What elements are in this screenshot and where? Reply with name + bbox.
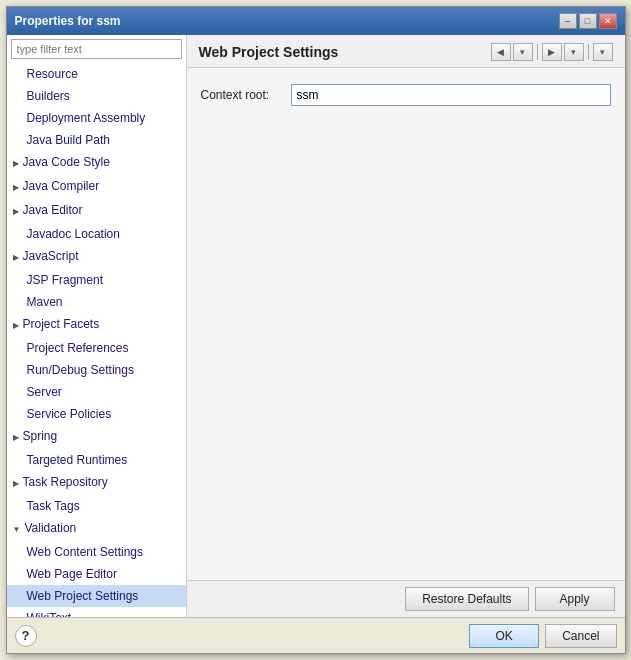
title-bar-buttons: – □ ✕ [559, 13, 617, 29]
sidebar-item-maven[interactable]: Maven [7, 291, 186, 313]
sidebar-item-java-compiler[interactable]: Java Compiler [7, 175, 186, 199]
panel-nav: ◀ ▾ ▶ ▾ ▾ [491, 43, 613, 61]
forward-dropdown-button[interactable]: ▾ [564, 43, 584, 61]
panel-content: Context root: [187, 68, 625, 580]
sidebar-item-task-repository[interactable]: Task Repository [7, 471, 186, 495]
sidebar-item-resource[interactable]: Resource [7, 63, 186, 85]
sidebar-item-wikitext[interactable]: WikiText [7, 607, 186, 617]
sidebar-item-java-code-style[interactable]: Java Code Style [7, 151, 186, 175]
sidebar-item-javadoc-location[interactable]: Javadoc Location [7, 223, 186, 245]
help-button[interactable]: ? [15, 625, 37, 647]
right-panel: Web Project Settings ◀ ▾ ▶ ▾ ▾ Context r… [187, 35, 625, 617]
menu-button[interactable]: ▾ [593, 43, 613, 61]
back-dropdown-button[interactable]: ▾ [513, 43, 533, 61]
sidebar-item-deployment-assembly[interactable]: Deployment Assembly [7, 107, 186, 129]
main-content: ResourceBuildersDeployment AssemblyJava … [7, 35, 625, 617]
sidebar-item-service-policies[interactable]: Service Policies [7, 403, 186, 425]
sidebar-item-web-content-settings[interactable]: Web Content Settings [7, 541, 186, 563]
sidebar-item-validation[interactable]: Validation [7, 517, 186, 541]
sidebar-item-builders[interactable]: Builders [7, 85, 186, 107]
sidebar-item-java-editor[interactable]: Java Editor [7, 199, 186, 223]
sidebar-item-java-build-path[interactable]: Java Build Path [7, 129, 186, 151]
dialog-title: Properties for ssm [15, 14, 121, 28]
context-root-input[interactable] [291, 84, 611, 106]
dialog-body: ResourceBuildersDeployment AssemblyJava … [7, 35, 625, 653]
restore-defaults-button[interactable]: Restore Defaults [405, 587, 528, 611]
forward-button[interactable]: ▶ [542, 43, 562, 61]
dialog: Properties for ssm – □ ✕ ResourceBuilder… [6, 6, 626, 654]
panel-header: Web Project Settings ◀ ▾ ▶ ▾ ▾ [187, 35, 625, 68]
sidebar-item-jsp-fragment[interactable]: JSP Fragment [7, 269, 186, 291]
filter-input[interactable] [11, 39, 182, 59]
sidebar-item-server[interactable]: Server [7, 381, 186, 403]
tree-area: ResourceBuildersDeployment AssemblyJava … [7, 63, 186, 617]
sidebar: ResourceBuildersDeployment AssemblyJava … [7, 35, 187, 617]
maximize-button[interactable]: □ [579, 13, 597, 29]
nav-separator [537, 44, 538, 60]
sidebar-item-project-facets[interactable]: Project Facets [7, 313, 186, 337]
context-root-row: Context root: [201, 84, 611, 106]
minimize-button[interactable]: – [559, 13, 577, 29]
context-root-label: Context root: [201, 88, 291, 102]
ok-button[interactable]: OK [469, 624, 539, 648]
back-button[interactable]: ◀ [491, 43, 511, 61]
sidebar-item-task-tags[interactable]: Task Tags [7, 495, 186, 517]
panel-title: Web Project Settings [199, 44, 339, 60]
sidebar-item-project-references[interactable]: Project References [7, 337, 186, 359]
sidebar-item-targeted-runtimes[interactable]: Targeted Runtimes [7, 449, 186, 471]
sidebar-item-web-project-settings[interactable]: Web Project Settings [7, 585, 186, 607]
apply-button[interactable]: Apply [535, 587, 615, 611]
sidebar-item-run-debug-settings[interactable]: Run/Debug Settings [7, 359, 186, 381]
sidebar-item-javascript[interactable]: JavaScript [7, 245, 186, 269]
dialog-bottom: ? OK Cancel [7, 617, 625, 653]
sidebar-item-spring[interactable]: Spring [7, 425, 186, 449]
cancel-button[interactable]: Cancel [545, 624, 616, 648]
sidebar-item-web-page-editor[interactable]: Web Page Editor [7, 563, 186, 585]
nav-separator2 [588, 44, 589, 60]
title-bar: Properties for ssm – □ ✕ [7, 7, 625, 35]
close-button[interactable]: ✕ [599, 13, 617, 29]
action-bar: Restore Defaults Apply [187, 580, 625, 617]
bottom-buttons: OK Cancel [469, 624, 616, 648]
